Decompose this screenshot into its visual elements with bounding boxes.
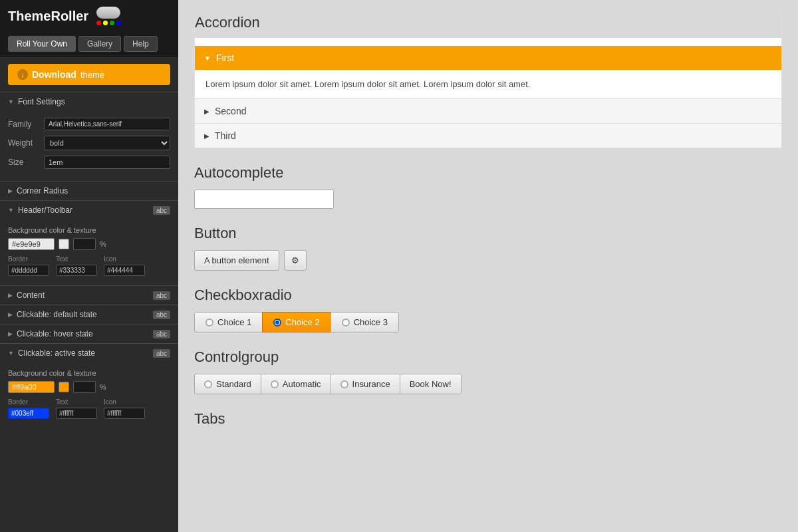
help-button[interactable]: Help [124, 36, 158, 52]
active-text-input[interactable] [56, 408, 97, 419]
accordion-item-third: ▶ Third [195, 124, 781, 148]
autocomplete-title: Autocomplete [194, 164, 782, 182]
download-label: Download [32, 69, 76, 80]
family-input[interactable] [44, 118, 170, 130]
cg-label-automatic: Automatic [283, 379, 321, 389]
clickable-active-header[interactable]: ▼ Clickable: active state abc [0, 344, 178, 362]
radio-label-1: Choice 1 [217, 317, 251, 327]
header-toolbar-section: ▼ Header/Toolbar abc Background color & … [0, 200, 178, 285]
autocomplete-widget: Autocomplete [194, 164, 782, 209]
clickable-active-section: ▼ Clickable: active state abc Background… [0, 343, 178, 428]
logo-dots [96, 21, 121, 25]
radio-circle-1 [205, 319, 213, 327]
active-color-swatch[interactable] [59, 382, 69, 392]
header-color-row: % [8, 238, 170, 250]
header-bg-label: Background color & texture [8, 226, 170, 234]
cg-standard[interactable]: Standard [194, 374, 261, 394]
clickable-default-header[interactable]: ▶ Clickable: default state abc [0, 305, 178, 324]
active-border-group: Border [8, 398, 49, 419]
accordion-widget: Accordion ▼ First Lorem ipsum dolor sit … [194, 13, 782, 148]
clickable-active-title: Clickable: active state [18, 348, 95, 358]
content-title: Content [17, 291, 45, 300]
radio-label-3: Choice 3 [354, 317, 388, 327]
family-label: Family [8, 120, 40, 129]
active-border-label: Border [8, 398, 49, 406]
download-icon: ↓ [17, 69, 28, 80]
header-percent-input[interactable] [73, 238, 96, 250]
active-text-label: Text [56, 398, 97, 406]
checkboxradio-title: Checkboxradio [194, 287, 782, 304]
font-settings-content: Family Weight bold normal Size [0, 111, 178, 181]
dot-yellow [103, 21, 108, 25]
weight-label: Weight [8, 138, 40, 148]
cg-label-booknow: Book Now! [410, 379, 452, 389]
logo-text: ThemeRoller [8, 9, 88, 24]
text-label: Text [56, 255, 97, 263]
active-border-input[interactable] [8, 408, 49, 419]
download-button[interactable]: ↓ Download theme [8, 64, 170, 85]
content-header[interactable]: ▶ Content abc [0, 286, 178, 305]
text-input[interactable] [56, 265, 97, 276]
font-settings-section: ▼ Font Settings Family Weight bold norma… [0, 92, 178, 181]
header-color-input[interactable] [8, 238, 55, 250]
accordion-arrow-second: ▶ [204, 108, 209, 115]
active-percent-input[interactable] [73, 381, 96, 393]
radio-choice-2[interactable]: Choice 2 [262, 312, 331, 332]
clickable-hover-section: ▶ Clickable: hover state abc [0, 324, 178, 343]
active-color-input[interactable] [8, 381, 55, 393]
button-element[interactable]: A button element [194, 250, 279, 271]
header-color-swatch[interactable] [59, 239, 69, 249]
accordion-label-first: First [216, 53, 234, 63]
corner-radius-title: Corner Radius [17, 186, 68, 196]
radio-choice-3[interactable]: Choice 3 [331, 312, 399, 332]
main-content: Accordion ▼ First Lorem ipsum dolor sit … [178, 0, 798, 532]
cg-label-standard: Standard [216, 379, 251, 389]
nav-buttons: Roll Your Own Gallery Help [0, 31, 178, 57]
cg-radio-automatic [271, 380, 279, 388]
button-widget: Button A button element ⚙ [194, 225, 782, 271]
border-input[interactable] [8, 265, 49, 276]
header-bti-row: Border Text Icon [8, 255, 170, 276]
accordion-header-second[interactable]: ▶ Second [195, 99, 781, 123]
cg-automatic[interactable]: Automatic [261, 374, 331, 394]
accordion-header-third[interactable]: ▶ Third [195, 124, 781, 148]
roll-your-own-button[interactable]: Roll Your Own [8, 36, 76, 52]
sidebar-header: ThemeRoller [0, 0, 178, 31]
clickable-hover-header[interactable]: ▶ Clickable: hover state abc [0, 325, 178, 343]
accordion-text-first: Lorem ipsum dolor sit amet. Lorem ipsum … [205, 79, 530, 89]
clickable-active-arrow: ▼ [8, 350, 14, 356]
button-icon[interactable]: ⚙ [284, 250, 307, 271]
cg-booknow[interactable]: Book Now! [400, 374, 462, 394]
active-icon-input[interactable] [104, 408, 145, 419]
radio-label-2: Choice 2 [285, 317, 319, 327]
accordion-item-first: ▼ First Lorem ipsum dolor sit amet. Lore… [195, 46, 781, 99]
font-settings-header[interactable]: ▼ Font Settings [0, 92, 178, 111]
weight-select[interactable]: bold normal [44, 136, 170, 150]
accordion-label-third: Third [215, 130, 236, 141]
radio-choice-1[interactable]: Choice 1 [194, 312, 263, 332]
header-toolbar-arrow: ▼ [8, 207, 14, 213]
gallery-button[interactable]: Gallery [78, 36, 121, 52]
autocomplete-input[interactable] [194, 190, 334, 209]
cg-insurance[interactable]: Insurance [331, 374, 400, 394]
cg-radio-standard [204, 380, 212, 388]
checkboxradio-widget: Checkboxradio Choice 1 Choice 2 Choice 3 [194, 287, 782, 332]
header-border-group: Border [8, 255, 49, 276]
accordion-label-second: Second [215, 106, 246, 116]
accordion-content-first: Lorem ipsum dolor sit amet. Lorem ipsum … [195, 70, 781, 98]
accordion-arrow-third: ▶ [204, 132, 209, 140]
header-toolbar-header[interactable]: ▼ Header/Toolbar abc [0, 201, 178, 219]
clickable-default-title: Clickable: default state [17, 310, 97, 319]
active-color-row: % [8, 381, 170, 393]
clickable-hover-title: Clickable: hover state [17, 329, 93, 338]
accordion-header-first[interactable]: ▼ First [195, 46, 781, 70]
font-settings-title: Font Settings [18, 97, 65, 106]
active-icon-label: Icon [104, 398, 145, 406]
active-icon-group: Icon [104, 398, 145, 419]
size-input[interactable] [44, 156, 170, 169]
corner-radius-header[interactable]: ▶ Corner Radius [0, 182, 178, 200]
clickable-default-badge: abc [153, 311, 170, 319]
radio-circle-2 [273, 319, 281, 327]
header-toolbar-content: Background color & texture % Border Text… [0, 219, 178, 285]
icon-input[interactable] [104, 265, 145, 276]
